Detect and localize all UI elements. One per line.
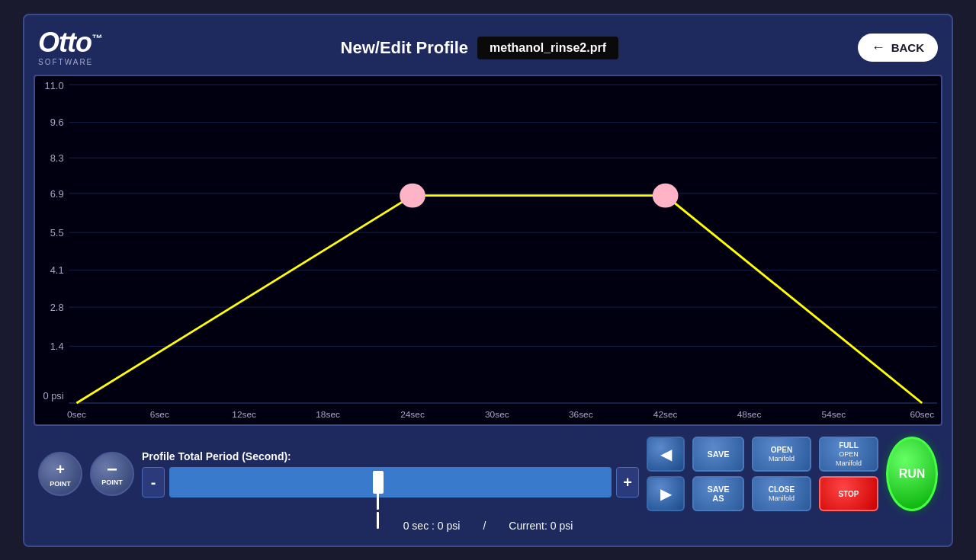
left-arrow-icon: ◀ [660, 445, 672, 463]
status-bar: 0 sec : 0 psi / Current: 0 psi [38, 515, 938, 536]
controls-row: + POINT − POINT Profile Total Period (Se… [38, 434, 938, 515]
period-section: Profile Total Period (Second): - + [142, 450, 639, 498]
svg-text:18sec: 18sec [316, 409, 340, 418]
open-manifold-line2: Manifold [769, 455, 795, 464]
svg-text:8.3: 8.3 [50, 153, 64, 164]
logo-area: Otto™ SOFTWARE [38, 29, 101, 66]
svg-text:6.9: 6.9 [50, 188, 64, 199]
main-container: Otto™ SOFTWARE New/Edit Profile methanol… [23, 14, 953, 547]
add-point-button[interactable]: + POINT [38, 452, 82, 496]
chart-area: 11.0 9.6 8.3 6.9 5.5 4.1 2.8 1.4 0 psi 0… [34, 75, 942, 426]
slider-plus-button[interactable]: + [616, 467, 639, 498]
slider-track[interactable] [169, 467, 612, 498]
svg-text:54sec: 54sec [822, 409, 846, 418]
control-point-2[interactable] [653, 184, 678, 206]
add-point-label: POINT [50, 480, 71, 488]
svg-text:48sec: 48sec [737, 409, 762, 418]
run-button[interactable]: RUN [886, 437, 938, 511]
svg-text:6sec: 6sec [150, 409, 169, 418]
back-label: BACK [891, 41, 924, 54]
svg-text:4.1: 4.1 [50, 265, 64, 276]
open-manifold-line1: OPEN [771, 445, 792, 455]
svg-text:9.6: 9.6 [50, 117, 64, 128]
remove-point-label: POINT [101, 478, 123, 486]
svg-text:2.8: 2.8 [50, 302, 64, 313]
save-as-line1: SAVE [707, 485, 729, 494]
current-psi-status: Current: 0 psi [509, 520, 573, 532]
bottom-panel: + POINT − POINT Profile Total Period (Se… [30, 429, 946, 539]
header: Otto™ SOFTWARE New/Edit Profile methanol… [30, 21, 946, 75]
svg-text:5.5: 5.5 [50, 228, 64, 238]
slider-line-2 [377, 493, 379, 510]
header-title: New/Edit Profile methanol_rinse2.prf [341, 37, 618, 59]
page-title: New/Edit Profile [341, 38, 468, 58]
slider-row: - + [142, 467, 639, 498]
manifold-buttons: OPEN Manifold CLOSE Manifold [752, 437, 811, 511]
svg-text:42sec: 42sec [653, 409, 678, 418]
extra-buttons: FULL OPEN Manifold STOP [819, 437, 878, 511]
control-point-1[interactable] [400, 184, 425, 206]
close-manifold-line1: CLOSE [769, 485, 795, 494]
open-manifold-button[interactable]: OPEN Manifold [752, 437, 811, 472]
slider-line-1 [377, 474, 379, 491]
full-open-line3: Manifold [836, 459, 862, 469]
filename-badge: methanol_rinse2.prf [477, 37, 618, 59]
logo-subtitle: SOFTWARE [38, 58, 93, 66]
svg-text:0 psi: 0 psi [43, 391, 63, 402]
svg-text:36sec: 36sec [569, 409, 593, 418]
svg-text:11.0: 11.0 [45, 81, 64, 91]
close-manifold-line2: Manifold [769, 494, 795, 504]
full-open-line2: OPEN [839, 450, 859, 459]
status-separator: / [483, 520, 486, 532]
svg-text:0sec: 0sec [67, 409, 86, 418]
full-open-line1: FULL [839, 440, 859, 450]
plus-icon: + [56, 461, 65, 478]
time-psi-status: 0 sec : 0 psi [403, 520, 461, 532]
back-button[interactable]: ← BACK [858, 34, 938, 62]
remove-point-button[interactable]: − POINT [90, 452, 134, 496]
action-buttons: SAVE SAVE AS [692, 437, 744, 511]
right-arrow-icon: ▶ [660, 485, 672, 503]
save-as-button[interactable]: SAVE AS [692, 476, 744, 511]
full-open-button[interactable]: FULL OPEN Manifold [819, 437, 878, 472]
minus-icon: − [107, 462, 117, 476]
nav-buttons: ◀ ▶ [647, 437, 685, 511]
back-arrow-icon: ← [872, 40, 885, 56]
close-manifold-button[interactable]: CLOSE Manifold [752, 476, 811, 511]
slider-handle[interactable] [373, 471, 384, 494]
svg-text:60sec: 60sec [910, 409, 934, 418]
svg-text:12sec: 12sec [232, 409, 256, 418]
nav-left-button[interactable]: ◀ [647, 437, 685, 472]
stop-button[interactable]: STOP [819, 476, 878, 511]
save-button[interactable]: SAVE [692, 437, 744, 472]
svg-text:30sec: 30sec [485, 409, 509, 418]
slider-minus-button[interactable]: - [142, 467, 165, 498]
slider-line-3 [377, 512, 379, 529]
logo: Otto™ [38, 29, 101, 56]
save-as-line2: AS [712, 494, 724, 503]
svg-text:1.4: 1.4 [50, 341, 64, 352]
period-label: Profile Total Period (Second): [142, 450, 291, 462]
chart-svg: 11.0 9.6 8.3 6.9 5.5 4.1 2.8 1.4 0 psi 0… [35, 76, 941, 424]
nav-right-button[interactable]: ▶ [647, 476, 685, 511]
svg-text:24sec: 24sec [400, 409, 425, 418]
